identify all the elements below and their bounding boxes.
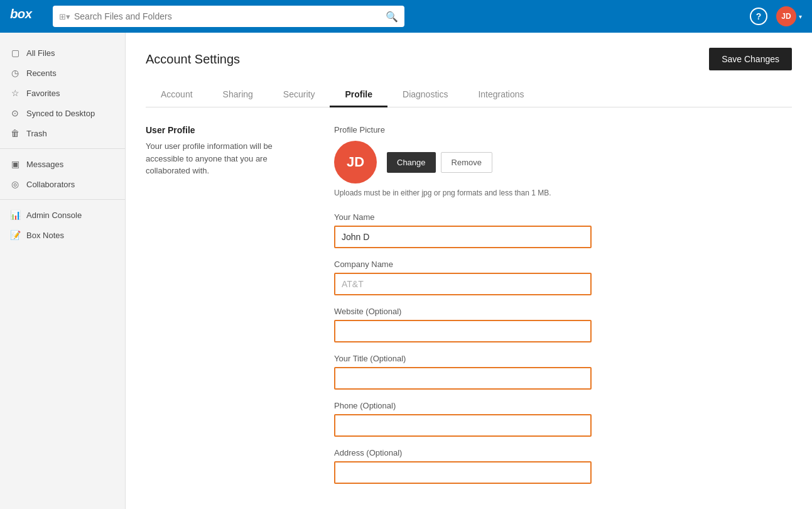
input-address[interactable]: [334, 461, 592, 484]
tab-profile[interactable]: Profile: [330, 83, 387, 107]
box-logo[interactable]: box: [10, 6, 40, 28]
trash-icon: 🗑: [10, 128, 20, 138]
sidebar: ▢ All Files ◷ Recents ☆ Favorites ⊙ Sync…: [0, 33, 126, 509]
label-title: Your Title (Optional): [334, 354, 792, 363]
page-header: Account Settings Save Changes: [146, 48, 792, 70]
search-input[interactable]: [74, 11, 382, 21]
tab-account[interactable]: Account: [146, 83, 208, 107]
sidebar-item-recents[interactable]: ◷ Recents: [0, 63, 125, 83]
tab-integrations[interactable]: Integrations: [463, 83, 539, 107]
sidebar-label-box-notes: Box Notes: [26, 231, 64, 240]
remove-picture-button[interactable]: Remove: [441, 152, 492, 173]
profile-picture-buttons: Change Remove: [387, 152, 492, 173]
form-group-website: Website (Optional): [334, 307, 792, 342]
label-company-name: Company Name: [334, 260, 792, 269]
input-your-name[interactable]: [334, 226, 592, 248]
notes-icon: 📝: [10, 230, 20, 240]
profile-picture-section: Profile Picture JD Change Remove Uploads…: [334, 125, 792, 197]
sidebar-divider: [0, 148, 125, 149]
clock-icon: ◷: [10, 68, 20, 78]
sidebar-divider-2: [0, 199, 125, 200]
tab-diagnostics[interactable]: Diagnostics: [387, 83, 463, 107]
input-company-name[interactable]: [334, 273, 592, 295]
star-icon: ☆: [10, 88, 20, 98]
label-your-name: Your Name: [334, 212, 792, 222]
profile-avatar: JD: [334, 141, 377, 183]
sidebar-admin-section: 📊 Admin Console 📝 Box Notes: [0, 205, 125, 245]
sidebar-nav-section: ▢ All Files ◷ Recents ☆ Favorites ⊙ Sync…: [0, 43, 125, 143]
profile-picture-row: JD Change Remove: [334, 141, 792, 183]
profile-content: User Profile Your user profile informati…: [146, 125, 792, 495]
page-title: Account Settings: [146, 52, 240, 67]
profile-description-panel: User Profile Your user profile informati…: [146, 125, 309, 495]
sync-icon: ⊙: [10, 108, 20, 118]
profile-section-desc: Your user profile information will be ac…: [146, 140, 309, 177]
form-group-address: Address (Optional): [334, 448, 792, 484]
sidebar-label-synced: Synced to Desktop: [26, 109, 95, 118]
search-icon: 🔍: [386, 11, 398, 23]
file-icon: ▢: [10, 48, 20, 58]
save-changes-button[interactable]: Save Changes: [709, 48, 792, 70]
sidebar-label-trash: Trash: [26, 129, 47, 138]
tab-sharing[interactable]: Sharing: [208, 83, 268, 107]
admin-icon: 📊: [10, 210, 20, 220]
sidebar-item-synced[interactable]: ⊙ Synced to Desktop: [0, 103, 125, 123]
upload-hint: Uploads must be in either jpg or png for…: [334, 189, 792, 197]
input-title[interactable]: [334, 367, 592, 390]
form-group-company-name: Company Name: [334, 260, 792, 295]
form-group-title: Your Title (Optional): [334, 354, 792, 390]
label-address: Address (Optional): [334, 448, 792, 457]
collaborators-icon: ◎: [10, 179, 20, 189]
sidebar-item-messages[interactable]: ▣ Messages: [0, 154, 125, 174]
help-button[interactable]: ?: [750, 8, 767, 25]
content-area: Account Settings Save Changes Account Sh…: [126, 33, 812, 509]
profile-section-title: User Profile: [146, 125, 309, 135]
main-layout: ▢ All Files ◷ Recents ☆ Favorites ⊙ Sync…: [0, 33, 812, 509]
sidebar-label-favorites: Favorites: [26, 89, 60, 98]
sidebar-label-messages: Messages: [26, 160, 63, 169]
tab-security[interactable]: Security: [268, 83, 330, 107]
svg-text:box: box: [10, 7, 33, 21]
sidebar-item-collaborators[interactable]: ◎ Collaborators: [0, 174, 125, 194]
change-picture-button[interactable]: Change: [387, 152, 436, 173]
sidebar-secondary-section: ▣ Messages ◎ Collaborators: [0, 154, 125, 194]
search-bar: ⊞▾ 🔍: [53, 6, 404, 27]
settings-tabs: Account Sharing Security Profile Diagnos…: [146, 83, 792, 107]
label-website: Website (Optional): [334, 307, 792, 316]
user-menu-caret[interactable]: ▾: [799, 13, 802, 20]
label-phone: Phone (Optional): [334, 401, 792, 410]
sidebar-label-collaborators: Collaborators: [26, 180, 75, 189]
sidebar-item-favorites[interactable]: ☆ Favorites: [0, 83, 125, 103]
sidebar-item-admin-console[interactable]: 📊 Admin Console: [0, 205, 125, 225]
sidebar-item-trash[interactable]: 🗑 Trash: [0, 123, 125, 143]
sidebar-item-all-files[interactable]: ▢ All Files: [0, 43, 125, 63]
header: box ⊞▾ 🔍 ? JD ▾: [0, 0, 812, 33]
sidebar-label-admin: Admin Console: [26, 211, 82, 220]
form-group-phone: Phone (Optional): [334, 401, 792, 437]
header-right: ? JD ▾: [750, 6, 802, 26]
user-avatar[interactable]: JD: [776, 6, 796, 26]
input-website[interactable]: [334, 320, 592, 342]
profile-form: Profile Picture JD Change Remove Uploads…: [334, 125, 792, 495]
form-group-your-name: Your Name: [334, 212, 792, 248]
sidebar-label-recents: Recents: [26, 68, 57, 78]
filter-icon: ⊞▾: [59, 12, 70, 21]
messages-icon: ▣: [10, 159, 20, 169]
sidebar-item-box-notes[interactable]: 📝 Box Notes: [0, 225, 125, 245]
sidebar-label-all-files: All Files: [26, 48, 55, 58]
profile-picture-label: Profile Picture: [334, 125, 792, 134]
input-phone[interactable]: [334, 414, 592, 437]
